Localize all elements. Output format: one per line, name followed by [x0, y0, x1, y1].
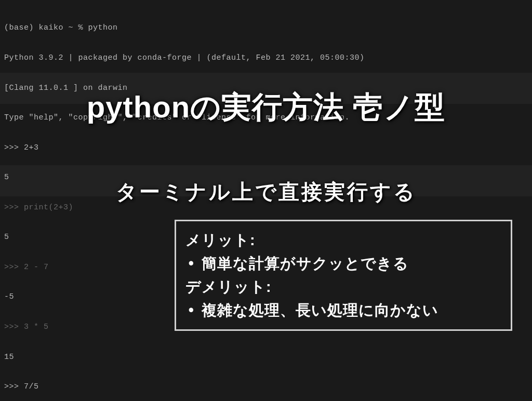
demerit-label: デメリット: — [185, 275, 501, 299]
terminal-line: >>> 7/5 — [4, 382, 528, 392]
terminal-line: 15 — [4, 352, 528, 362]
slide-subtitle: ターミナル上で直接実行する — [0, 178, 532, 206]
slide-title: pythonの実行方法 壱ノ型 — [0, 87, 532, 128]
info-box: メリット: 簡単な計算がサクッとできる デメリット: 複雑な処理、長い処理に向か… — [175, 220, 512, 331]
terminal-line: >>> 2+3 — [4, 143, 528, 153]
demerit-item: 複雑な処理、長い処理に向かない — [189, 299, 501, 322]
merit-label: メリット: — [185, 229, 501, 252]
terminal-line: (base) kaiko ~ % python — [4, 23, 528, 33]
merit-item: 簡単な計算がサクッとできる — [189, 252, 501, 275]
terminal-line: Python 3.9.2 | packaged by conda-forge |… — [4, 53, 528, 63]
